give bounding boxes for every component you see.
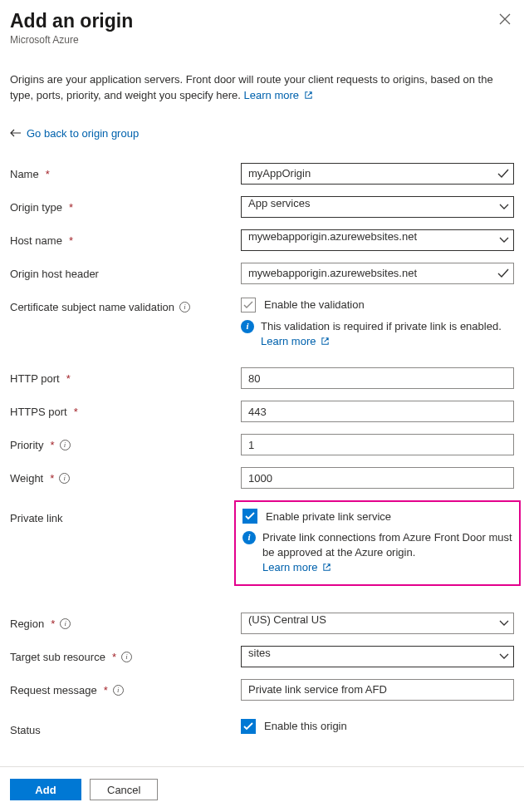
origin-type-label: Origin type	[10, 201, 62, 214]
host-name-select[interactable]: mywebapporigin.azurewebsites.net	[241, 229, 514, 251]
info-icon[interactable]: i	[179, 302, 190, 312]
region-select[interactable]: (US) Central US	[241, 613, 514, 634]
weight-label: Weight	[10, 472, 43, 485]
https-port-input[interactable]	[241, 401, 514, 422]
info-icon[interactable]: i	[60, 440, 71, 450]
add-button[interactable]: Add	[10, 779, 81, 800]
http-port-input[interactable]	[241, 367, 514, 389]
enable-origin-label: Enable this origin	[264, 720, 347, 732]
info-icon[interactable]: i	[60, 618, 71, 629]
enable-private-link-label: Enable private link service	[266, 510, 391, 523]
arrow-left-icon	[10, 127, 22, 140]
required-mark: *	[46, 168, 50, 180]
https-port-label: HTTPS port	[10, 406, 67, 418]
region-label: Region	[10, 618, 44, 630]
enable-origin-checkbox[interactable]	[241, 719, 256, 734]
http-port-label: HTTP port	[10, 372, 60, 385]
panel-title: Add an origin	[10, 10, 133, 32]
origin-host-header-label: Origin host header	[10, 268, 99, 280]
request-message-input[interactable]	[241, 679, 514, 701]
validation-info-text: This validation is required if private l…	[261, 319, 514, 349]
info-icon[interactable]: i	[113, 685, 124, 696]
cancel-button[interactable]: Cancel	[90, 779, 158, 800]
info-icon: i	[241, 320, 254, 333]
info-icon[interactable]: i	[59, 473, 70, 484]
private-link-label: Private link	[10, 512, 63, 524]
panel-subtitle: Microsoft Azure	[10, 34, 133, 46]
target-sub-resource-label: Target sub resource	[10, 651, 105, 663]
description-text: Origins are your application servers. Fr…	[10, 72, 514, 104]
origin-host-header-input[interactable]	[241, 263, 514, 284]
private-link-highlight: Enable private link service i Private li…	[234, 500, 521, 586]
priority-input[interactable]	[241, 434, 514, 455]
enable-validation-checkbox[interactable]	[241, 298, 256, 312]
learn-more-link[interactable]: Learn more	[262, 561, 331, 573]
target-sub-resource-select[interactable]: sites	[241, 646, 514, 667]
private-link-info-text: Private link connections from Azure Fron…	[262, 530, 512, 576]
enable-private-link-checkbox[interactable]	[242, 509, 257, 524]
name-label: Name	[10, 168, 39, 180]
status-label: Status	[10, 724, 41, 736]
cert-validation-label: Certificate subject name validation	[10, 301, 174, 313]
close-icon[interactable]	[496, 10, 514, 32]
enable-validation-label: Enable the validation	[264, 298, 365, 311]
back-to-origin-group-link[interactable]: Go back to origin group	[10, 127, 514, 140]
request-message-label: Request message	[10, 684, 97, 696]
info-icon: i	[242, 531, 256, 544]
weight-input[interactable]	[241, 467, 514, 489]
priority-label: Priority	[10, 439, 43, 451]
learn-more-link[interactable]: Learn more	[261, 335, 330, 347]
name-input[interactable]	[241, 163, 514, 185]
origin-type-select[interactable]: App services	[241, 196, 514, 218]
host-name-label: Host name	[10, 234, 62, 247]
info-icon[interactable]: i	[121, 652, 132, 662]
learn-more-link[interactable]: Learn more	[244, 89, 313, 101]
